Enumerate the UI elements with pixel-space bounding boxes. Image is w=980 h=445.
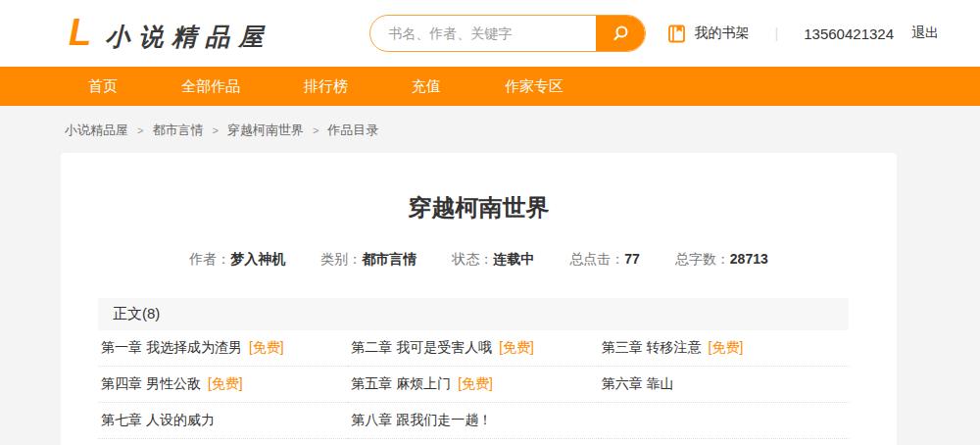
meta-value: 28713 — [730, 251, 768, 267]
chapter-title: 第二章 我可是受害人哦 — [351, 339, 492, 355]
chapter-title: 第三章 转移注意 — [602, 339, 702, 355]
main-nav: 首页 全部作品 排行榜 充值 作家专区 — [0, 67, 980, 106]
chapter-row: 第一章 我选择成为渣男[免费] — [98, 330, 348, 367]
search-button[interactable] — [596, 16, 645, 51]
logo-l-icon: L — [69, 14, 91, 51]
meta-value: 77 — [624, 251, 640, 267]
breadcrumb-separator-icon: > — [137, 124, 143, 136]
header-divider: | — [775, 25, 779, 41]
free-badge: [免费] — [499, 339, 534, 355]
chapter-link[interactable]: 第八章 跟我们走一趟！[免费] — [348, 412, 492, 429]
chapter-title: 第六章 靠山 — [602, 375, 674, 391]
meta-label: 类别： — [320, 251, 362, 267]
free-badge: [免费] — [458, 375, 493, 391]
free-badge: [免费] — [208, 375, 243, 391]
breadcrumb-link[interactable]: 小说精品屋 — [65, 122, 128, 139]
nav-item[interactable]: 全部作品 — [162, 67, 260, 106]
user-phone-number: 13560421324 — [804, 25, 894, 42]
book-meta-row: 作者：梦入神机 类别：都市言情 状态：连载中 总点击：77 总字数：28713 — [61, 251, 897, 269]
free-badge: [免费] — [249, 339, 284, 355]
chapter-title: 第五章 麻烦上门 — [351, 375, 451, 391]
breadcrumb-item: 作品目录 > — [327, 122, 378, 139]
book-meta-item: 总点击：77 — [569, 251, 640, 269]
top-header: L 小说精品屋 我的书架 | 135604213 — [0, 0, 980, 67]
site-name: 小说精品屋 — [105, 21, 271, 53]
breadcrumb-separator-icon: > — [212, 124, 218, 136]
chapter-link[interactable]: 第二章 我可是受害人哦[免费] — [348, 339, 534, 357]
search-box — [369, 15, 646, 52]
meta-label: 作者： — [189, 251, 230, 267]
chapter-link[interactable]: 第三章 转移注意[免费] — [599, 339, 744, 357]
chapter-title: 第八章 跟我们走一趟！ — [351, 412, 492, 427]
chapter-row: 第七章 人设的威力[免费] — [98, 403, 348, 439]
chapter-title: 第四章 男性公敌 — [101, 375, 201, 391]
chapter-title: 第一章 我选择成为渣男 — [101, 339, 242, 355]
chapter-link[interactable]: 第五章 麻烦上门[免费] — [348, 375, 493, 393]
bookshelf-icon — [666, 24, 687, 44]
chapter-row: 第八章 跟我们走一趟！[免费] — [348, 403, 598, 439]
meta-label: 状态： — [452, 251, 493, 267]
nav-item[interactable]: 充值 — [392, 67, 461, 106]
book-meta-item: 总字数：28713 — [675, 251, 768, 269]
breadcrumb-item: 穿越柯南世界 > — [227, 122, 327, 139]
free-badge: [免费] — [709, 339, 744, 355]
chapter-row: 第五章 麻烦上门[免费] — [348, 367, 598, 403]
breadcrumb: 小说精品屋 > 都市言情 > 穿越柯南世界 > 作品目录 > — [0, 106, 980, 153]
breadcrumb-item: 小说精品屋 > — [65, 122, 152, 139]
chapter-link[interactable]: 第一章 我选择成为渣男[免费] — [98, 339, 284, 357]
chapter-row: 第三章 转移注意[免费] — [599, 330, 849, 367]
meta-label: 总字数： — [675, 251, 730, 267]
chapter-link[interactable]: 第七章 人设的威力[免费] — [98, 412, 215, 429]
nav-item[interactable]: 作家专区 — [485, 67, 583, 106]
chapter-title: 第七章 人设的威力 — [101, 412, 215, 427]
chapter-link[interactable]: 第六章 靠山[免费] — [599, 375, 674, 393]
chapter-row: 第二章 我可是受害人哦[免费] — [348, 330, 598, 367]
chapter-row: 第六章 靠山[免费] — [599, 367, 849, 403]
book-meta-item: 状态：连载中 — [452, 251, 534, 269]
meta-value: 连载中 — [493, 251, 534, 267]
section-header: 正文(8) — [98, 298, 849, 330]
chapter-link[interactable]: 第四章 男性公敌[免费] — [98, 375, 243, 393]
breadcrumb-link[interactable]: 穿越柯南世界 — [227, 122, 304, 139]
meta-value: 梦入神机 — [230, 251, 285, 267]
meta-value: 都市言情 — [362, 251, 416, 267]
logout-link[interactable]: 退出 — [911, 25, 939, 42]
header-user-area: 我的书架 | 13560421324 退出 — [666, 24, 939, 44]
book-meta-item: 类别：都市言情 — [320, 251, 416, 269]
site-logo[interactable]: L 小说精品屋 — [69, 14, 271, 53]
book-meta-item: 作者：梦入神机 — [189, 251, 285, 269]
breadcrumb-link[interactable]: 都市言情 — [152, 122, 203, 139]
my-bookshelf-link[interactable]: 我的书架 — [666, 24, 750, 44]
chapter-row: 第四章 男性公敌[免费] — [98, 367, 348, 403]
breadcrumb-separator-icon: > — [313, 124, 318, 136]
book-directory-card: 穿越柯南世界 作者：梦入神机 类别：都市言情 状态：连载中 总点击：77 总字数… — [61, 153, 897, 445]
nav-item[interactable]: 排行榜 — [284, 67, 368, 106]
search-icon — [611, 24, 630, 43]
book-title: 穿越柯南世界 — [61, 153, 897, 223]
bookshelf-label: 我的书架 — [695, 25, 750, 42]
chapter-list: 第一章 我选择成为渣男[免费] 第二章 我可是受害人哦[免费] 第三章 转移注意… — [98, 330, 849, 439]
breadcrumb-link[interactable]: 作品目录 — [327, 122, 378, 139]
meta-label: 总点击： — [569, 251, 624, 267]
nav-item[interactable]: 首页 — [69, 67, 137, 106]
search-input[interactable] — [370, 16, 596, 51]
breadcrumb-item: 都市言情 > — [152, 122, 226, 139]
